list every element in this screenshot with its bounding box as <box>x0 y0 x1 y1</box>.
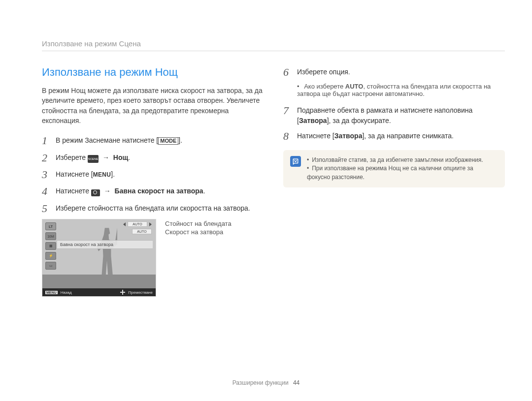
scene-icon: SCENE <box>88 155 99 163</box>
info-box: Използвайте статив, за да избегнете замъ… <box>283 150 505 187</box>
menu-icon: MENU <box>93 170 111 179</box>
info-tip-2: При използване на режима Нощ не са налич… <box>307 164 498 182</box>
page-number: 44 <box>293 379 299 386</box>
divider <box>42 51 505 51</box>
step-text: В режим Заснемане натиснете [MODE]. <box>56 134 182 147</box>
page: Използване на режим Сцена Използване на … <box>0 0 532 401</box>
footer-menu-icon: MENU <box>45 291 58 294</box>
footer-back-label: Назад <box>61 290 72 295</box>
silhouette-graphic <box>97 228 117 275</box>
callout-aperture: Стойност на блендата <box>165 220 232 227</box>
note-text: Ако изберете AUTO, стойността на блендат… <box>297 83 505 97</box>
lt-icon: LT <box>45 222 56 230</box>
shutter-pill: AUTO <box>132 229 152 234</box>
intro-paragraph: В режим Нощ можете да използвате ниска с… <box>42 86 264 125</box>
callouts: Стойност на блендата Скорост на затвора <box>165 219 232 297</box>
breadcrumb: Използване на режим Сцена <box>42 39 505 48</box>
step-text: Натиснете [Затвора], за да направите сни… <box>297 130 454 143</box>
screenshot-body: LT 16M ▦ ⚡ ▭ AUTO <box>42 219 156 288</box>
left-icon-stack: LT 16M ▦ ⚡ ▭ <box>45 222 56 270</box>
metering-icon: ▦ <box>45 242 56 250</box>
step-text: Подравнете обекта в рамката и натиснете … <box>297 104 505 126</box>
step-number: 8 <box>283 130 290 143</box>
footer-section-label: Разширени функции <box>233 379 289 386</box>
aperture-pill: AUTO <box>123 221 152 227</box>
right-arrow-icon <box>149 222 152 226</box>
callout-shutter: Скорост на затвора <box>165 228 232 236</box>
right-column: 6 Изберете опция. Ако изберете AUTO, сто… <box>283 66 505 297</box>
aperture-value: AUTO <box>128 221 147 227</box>
step-number: 7 <box>283 104 290 126</box>
screenshot-row: LT 16M ▦ ⚡ ▭ AUTO <box>42 219 264 297</box>
flash-icon: ⚡ <box>45 252 56 260</box>
step-number: 1 <box>42 134 49 147</box>
step-number: 5 <box>42 202 49 215</box>
info-list: Използвайте статив, за да избегнете замъ… <box>307 156 498 182</box>
footer-move-label: Преместване <box>128 290 153 295</box>
step-5: 5 Изберете стойността на блендата или ск… <box>42 202 264 215</box>
content-columns: Използване на режим Нощ В режим Нощ може… <box>42 66 505 297</box>
step-1: 1 В режим Заснемане натиснете [MODE]. <box>42 134 264 147</box>
step-6-note: Ако изберете AUTO, стойността на блендат… <box>297 83 505 97</box>
mode-icon: MODE <box>158 137 178 145</box>
step-8: 8 Натиснете [Затвора], за да направите с… <box>283 130 505 143</box>
step-number: 3 <box>42 168 49 181</box>
step-text: Изберете стойността на блендата или скор… <box>56 202 250 215</box>
step-number: 2 <box>42 152 49 164</box>
resolution-icon: 16M <box>45 232 56 240</box>
drive-icon: ▭ <box>45 262 56 270</box>
shutter-value: AUTO <box>132 229 152 234</box>
section-title: Използване на режим Нощ <box>42 66 264 79</box>
step-text: Натиснете [MENU]. <box>56 168 115 181</box>
info-tip-1: Използвайте статив, за да избегнете замъ… <box>307 156 498 164</box>
page-footer: Разширени функции 44 <box>0 379 532 386</box>
step-4: 4 Натиснете → Бавна скорост на затвора. <box>42 185 264 198</box>
step-7: 7 Подравнете обекта в рамката и натиснет… <box>283 104 505 126</box>
step-text: Натиснете → Бавна скорост на затвора. <box>56 185 205 198</box>
step-6: 6 Изберете опция. <box>283 66 505 79</box>
step-number: 4 <box>42 185 49 198</box>
step-3: 3 Натиснете [MENU]. <box>42 168 264 181</box>
left-column: Използване на режим Нощ В режим Нощ може… <box>42 66 264 297</box>
step-2: 2 Изберете SCENE → Нощ. <box>42 152 264 164</box>
screenshot-footer: MENU Назад Преместване <box>42 288 156 296</box>
top-controls: AUTO AUTO <box>123 221 152 234</box>
caption-bar: Бавна скорост на затвора <box>57 240 153 249</box>
dpad-icon <box>120 290 125 295</box>
camera-icon <box>91 189 100 196</box>
camera-screenshot: LT 16M ▦ ⚡ ▭ AUTO <box>42 219 156 297</box>
step-text: Изберете SCENE → Нощ. <box>56 152 130 164</box>
step-text: Изберете опция. <box>297 66 350 79</box>
step-number: 6 <box>283 66 290 79</box>
left-arrow-icon <box>123 222 126 226</box>
info-icon <box>290 156 301 167</box>
